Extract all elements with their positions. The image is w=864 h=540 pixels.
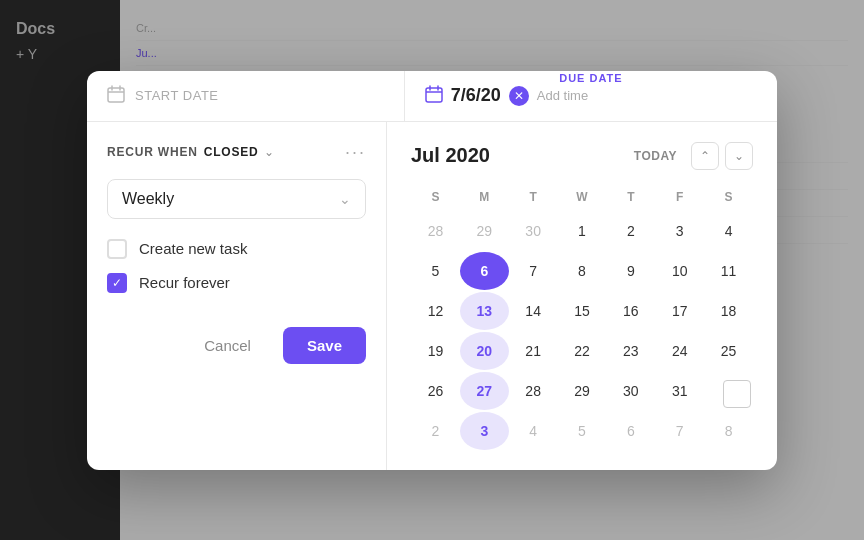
- calendar-day-3-4[interactable]: 23: [606, 332, 655, 370]
- calendar-day-5-1[interactable]: 3: [460, 412, 509, 450]
- calendar-week-4: 2627282930311: [411, 372, 753, 410]
- due-date-value: 7/6/20: [451, 85, 501, 106]
- calendar-icon-due: [425, 85, 443, 107]
- modal-overlay: START DATE DUE DATE 7/6/20 ✕ Add time: [0, 0, 864, 540]
- create-new-task-row[interactable]: Create new task: [107, 239, 366, 259]
- calendar-day-1-6[interactable]: 11: [704, 252, 753, 290]
- calendar-week-1: 567891011: [411, 252, 753, 290]
- recur-title-text: RECUR WHEN: [107, 145, 198, 159]
- calendar-day-0-3[interactable]: 1: [558, 212, 607, 250]
- calendar-day-2-5[interactable]: 17: [655, 292, 704, 330]
- left-panel-footer: Cancel Save: [107, 307, 366, 380]
- calendar-month-year: Jul 2020: [411, 144, 490, 167]
- modal-body: RECUR WHEN CLOSED ⌄ ··· Weekly ⌄ Create …: [87, 122, 777, 470]
- calendar-day-5-0[interactable]: 2: [411, 412, 460, 450]
- calendar-day-3-2[interactable]: 21: [509, 332, 558, 370]
- today-button[interactable]: TODAY: [626, 145, 685, 167]
- modal: START DATE DUE DATE 7/6/20 ✕ Add time: [87, 71, 777, 470]
- day-header-W: W: [558, 186, 607, 208]
- calendar-day-5-5[interactable]: 7: [655, 412, 704, 450]
- calendar-day-3-3[interactable]: 22: [558, 332, 607, 370]
- calendar-day-0-4[interactable]: 2: [606, 212, 655, 250]
- day-header-F: F: [655, 186, 704, 208]
- calendar-day-2-2[interactable]: 14: [509, 292, 558, 330]
- due-date-top-label: DUE DATE: [551, 71, 630, 86]
- calendar-day-3-5[interactable]: 24: [655, 332, 704, 370]
- frequency-dropdown[interactable]: Weekly ⌄: [107, 179, 366, 219]
- recur-forever-checkbox[interactable]: ✓: [107, 273, 127, 293]
- calendar-prev-button[interactable]: ⌃: [691, 142, 719, 170]
- calendar-day-1-2[interactable]: 7: [509, 252, 558, 290]
- cancel-button[interactable]: Cancel: [184, 327, 271, 364]
- create-new-task-label: Create new task: [139, 240, 247, 257]
- calendar-day-0-5[interactable]: 3: [655, 212, 704, 250]
- calendar-weeks: 2829301234567891011121314151617181920212…: [411, 212, 753, 450]
- calendar-week-5: 2345678: [411, 412, 753, 450]
- calendar-week-3: 19202122232425: [411, 332, 753, 370]
- day-header-T: T: [606, 186, 655, 208]
- calendar-day-5-2[interactable]: 4: [509, 412, 558, 450]
- calendar-week-2: 12131415161718: [411, 292, 753, 330]
- calendar-day-0-2[interactable]: 30: [509, 212, 558, 250]
- day-header-S: S: [411, 186, 460, 208]
- calendar-day-3-6[interactable]: 25: [704, 332, 753, 370]
- calendar-grid: SMTWTFS 28293012345678910111213141516171…: [411, 186, 753, 450]
- svg-rect-0: [108, 88, 124, 102]
- calendar-day-4-4[interactable]: 30: [606, 372, 655, 410]
- calendar-day-1-1[interactable]: 6: [460, 252, 509, 290]
- calendar-day-0-1[interactable]: 29: [460, 212, 509, 250]
- calendar-navigation: TODAY ⌃ ⌄: [626, 142, 753, 170]
- calendar-day-4-6[interactable]: 1: [704, 372, 753, 410]
- calendar-day-3-0[interactable]: 19: [411, 332, 460, 370]
- start-date-label: START DATE: [135, 88, 219, 103]
- recur-title-bold: CLOSED: [204, 145, 259, 159]
- calendar-day-2-1[interactable]: 13: [460, 292, 509, 330]
- svg-rect-1: [426, 88, 442, 102]
- day-header-M: M: [460, 186, 509, 208]
- calendar-day-2-4[interactable]: 16: [606, 292, 655, 330]
- calendar-day-2-3[interactable]: 15: [558, 292, 607, 330]
- day-header-T: T: [509, 186, 558, 208]
- calendar-day-1-4[interactable]: 9: [606, 252, 655, 290]
- day-header-S: S: [704, 186, 753, 208]
- calendar-day-2-6[interactable]: 18: [704, 292, 753, 330]
- frequency-value: Weekly: [122, 190, 174, 208]
- calendar-day-4-3[interactable]: 29: [558, 372, 607, 410]
- calendar-day-4-0[interactable]: 26: [411, 372, 460, 410]
- calendar-day-0-6[interactable]: 4: [704, 212, 753, 250]
- start-date-field[interactable]: START DATE: [87, 71, 405, 121]
- recur-chevron-icon[interactable]: ⌄: [264, 145, 274, 159]
- create-new-task-checkbox[interactable]: [107, 239, 127, 259]
- add-time-button[interactable]: Add time: [537, 88, 588, 103]
- calendar-day-0-0[interactable]: 28: [411, 212, 460, 250]
- calendar-day-3-1[interactable]: 20: [460, 332, 509, 370]
- clear-due-date-button[interactable]: ✕: [509, 86, 529, 106]
- recur-more-button[interactable]: ···: [345, 142, 366, 163]
- calendar-days-header: SMTWTFS: [411, 186, 753, 208]
- recur-forever-label: Recur forever: [139, 274, 230, 291]
- calendar-day-5-6[interactable]: 8: [704, 412, 753, 450]
- save-button[interactable]: Save: [283, 327, 366, 364]
- calendar-day-4-5[interactable]: 31: [655, 372, 704, 410]
- left-panel: RECUR WHEN CLOSED ⌄ ··· Weekly ⌄ Create …: [87, 122, 387, 470]
- modal-header: START DATE DUE DATE 7/6/20 ✕ Add time: [87, 71, 777, 122]
- due-date-field[interactable]: DUE DATE 7/6/20 ✕ Add time: [405, 71, 777, 121]
- calendar-header: Jul 2020 TODAY ⌃ ⌄: [411, 142, 753, 170]
- calendar-day-1-0[interactable]: 5: [411, 252, 460, 290]
- calendar-week-0: 2829301234: [411, 212, 753, 250]
- calendar-next-button[interactable]: ⌄: [725, 142, 753, 170]
- frequency-chevron-icon: ⌄: [339, 191, 351, 207]
- calendar-panel: Jul 2020 TODAY ⌃ ⌄ SMTWTFS 2829301234567…: [387, 122, 777, 470]
- calendar-day-5-3[interactable]: 5: [558, 412, 607, 450]
- recur-forever-row[interactable]: ✓ Recur forever: [107, 273, 366, 293]
- calendar-day-4-2[interactable]: 28: [509, 372, 558, 410]
- calendar-day-1-3[interactable]: 8: [558, 252, 607, 290]
- calendar-day-2-0[interactable]: 12: [411, 292, 460, 330]
- recur-header: RECUR WHEN CLOSED ⌄ ···: [107, 142, 366, 163]
- calendar-icon-start: [107, 85, 125, 107]
- calendar-day-1-5[interactable]: 10: [655, 252, 704, 290]
- calendar-day-5-4[interactable]: 6: [606, 412, 655, 450]
- calendar-day-4-1[interactable]: 27: [460, 372, 509, 410]
- recur-title: RECUR WHEN CLOSED ⌄: [107, 145, 274, 159]
